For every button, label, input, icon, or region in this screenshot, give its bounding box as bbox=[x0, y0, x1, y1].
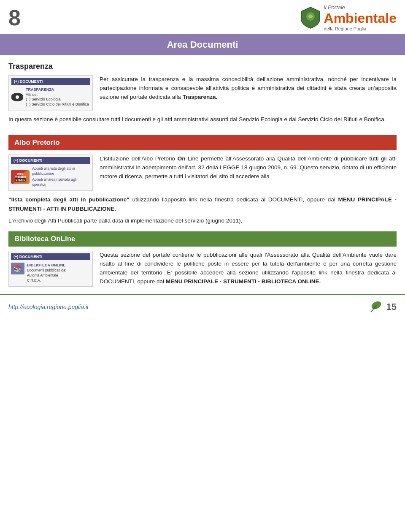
page-footer: http://ecologia.regione.puglia.it 15 bbox=[0, 294, 405, 319]
albo-text: L'istituzione dell'Albo Pretorio On Line… bbox=[100, 155, 397, 181]
albo-logo-icon: Albo Pretorio ONLINE bbox=[11, 170, 30, 184]
trasparenza-sb-item1: (+) Servizio Ecologia bbox=[26, 97, 89, 102]
trasparenza-text2-content: In questa sezione è possibile consultare… bbox=[8, 116, 386, 122]
eye-icon bbox=[11, 93, 23, 101]
albo-links: Accedi alla lista degli atti in pubblica… bbox=[32, 166, 90, 188]
albo-logo-line3: ONLINE bbox=[15, 178, 26, 182]
albo-text1: L'istituzione dell'Albo Pretorio bbox=[100, 155, 175, 162]
logo-area: il Portale Ambientale della Regione Pugl… bbox=[300, 4, 397, 31]
trasparenza-two-col: (+) DOCUMENTI TRASPARENZA Atti del: (+) … bbox=[8, 75, 397, 111]
title-label: Area Documenti bbox=[167, 39, 238, 50]
trasparenza-screenshot: (+) DOCUMENTI TRASPARENZA Atti del: (+) … bbox=[8, 75, 93, 111]
albo-sb-header: (+) DOCUMENTI bbox=[11, 157, 90, 164]
bib-screenshot: (+) DOCUMENTI 📚 BIBLIOTECA ONLINE Docume… bbox=[8, 251, 93, 286]
page-number: 8 bbox=[8, 7, 21, 29]
bib-item0: Autorità Ambientale bbox=[27, 273, 66, 278]
albo-link2: Accedi all'area riservata agli operatori bbox=[32, 177, 90, 187]
albo-text3: L'Archivio degli Atti Pubblicati parte d… bbox=[8, 217, 397, 225]
albo-full-text: "lista completa degli atti in pubblicazi… bbox=[8, 195, 397, 213]
albo-img-row: Albo Pretorio ONLINE Accedi alla lista d… bbox=[11, 166, 90, 189]
section-biblioteca-header: Biblioteca OnLine bbox=[8, 231, 397, 247]
trasparenza-text-bold: Trasparenza. bbox=[183, 94, 218, 100]
trasparenza-sb-item0: Atti del: bbox=[26, 92, 89, 98]
trasparenza-label: Trasparenza bbox=[8, 62, 397, 71]
bib-title: BIBLIOTECA ONLINE bbox=[27, 263, 66, 268]
albo-logo-line2: Pretorio bbox=[15, 175, 26, 178]
title-bar: Area Documenti bbox=[0, 34, 405, 55]
albo-logo-line1: Albo bbox=[17, 172, 24, 175]
footer-right: 15 bbox=[367, 299, 397, 315]
trasparenza-text: Per assicurare la trasparenza e la massi… bbox=[100, 75, 397, 102]
biblioteca-text: Questa sezione del portale contiene le p… bbox=[100, 251, 397, 286]
trasparenza-text1: Per assicurare la trasparenza e la massi… bbox=[100, 76, 397, 100]
logo-il: il Portale bbox=[324, 4, 397, 11]
logo-text: il Portale Ambientale della Regione Pugl… bbox=[324, 4, 397, 31]
page-header: 8 il Portale Ambientale della Regione Pu… bbox=[0, 0, 405, 34]
bib-subtitle: Documenti pubblicati da: bbox=[27, 268, 66, 273]
logo-portale: Ambientale bbox=[324, 11, 397, 26]
bib-row: 📚 BIBLIOTECA ONLINE Documenti pubblicati… bbox=[11, 262, 90, 284]
albo-link1: Accedi alla lista degli atti in pubblica… bbox=[32, 166, 90, 176]
albo-screenshot: (+) DOCUMENTI Albo Pretorio ONLINE Acced… bbox=[8, 155, 93, 191]
biblioteca-text-bold: MENU PRINCIPALE - STRUMENTI - BIBLIOTECA… bbox=[166, 278, 321, 285]
page-content: Trasparenza (+) DOCUMENTI TRASPARENZA At… bbox=[0, 55, 405, 287]
trasparenza-sb-header: (+) DOCUMENTI bbox=[11, 78, 90, 85]
albo-text-cont2: utilizzando l'apposito link nella finest… bbox=[132, 196, 335, 203]
trasparenza-sb-text: TRASPARENZA Atti del: (+) Servizio Ecolo… bbox=[26, 87, 89, 107]
trasparenza-text2: In questa sezione è possibile consultare… bbox=[8, 115, 397, 124]
logo-della: della Regione Puglia bbox=[324, 26, 397, 31]
trasparenza-sb-row: TRASPARENZA Atti del: (+) Servizio Ecolo… bbox=[11, 87, 90, 108]
albo-text-bold: On bbox=[178, 155, 186, 162]
biblioteca-two-col: (+) DOCUMENTI 📚 BIBLIOTECA ONLINE Docume… bbox=[8, 251, 397, 286]
trasparenza-sb-item2: (+) Servizio Ciclo dei Rifiuti e Bonific… bbox=[26, 102, 89, 107]
logo-ambientale: Ambientale bbox=[324, 11, 397, 26]
footer-page: 15 bbox=[386, 301, 397, 312]
shield-icon bbox=[300, 6, 321, 29]
bib-sb-header: (+) DOCUMENTI bbox=[11, 253, 90, 260]
section-albo-header: Albo Pretorio bbox=[8, 135, 397, 150]
trasparenza-sb-title: TRASPARENZA bbox=[26, 87, 89, 92]
bib-text: BIBLIOTECA ONLINE Documenti pubblicati d… bbox=[27, 263, 66, 283]
albo-text3-content: L'Archivio degli Atti Pubblicati parte d… bbox=[8, 217, 242, 224]
section-trasparenza: Trasparenza (+) DOCUMENTI TRASPARENZA At… bbox=[8, 55, 397, 129]
bib-icon: 📚 bbox=[11, 263, 24, 274]
footer-url: http://ecologia.regione.puglia.it bbox=[8, 304, 89, 310]
albo-two-col: (+) DOCUMENTI Albo Pretorio ONLINE Acced… bbox=[8, 155, 397, 191]
bib-item1: C.R.E.A. bbox=[27, 278, 66, 283]
albo-text-bold2: "lista completa degli atti in pubblicazi… bbox=[8, 196, 130, 203]
footer-leaf-icon bbox=[367, 299, 382, 315]
